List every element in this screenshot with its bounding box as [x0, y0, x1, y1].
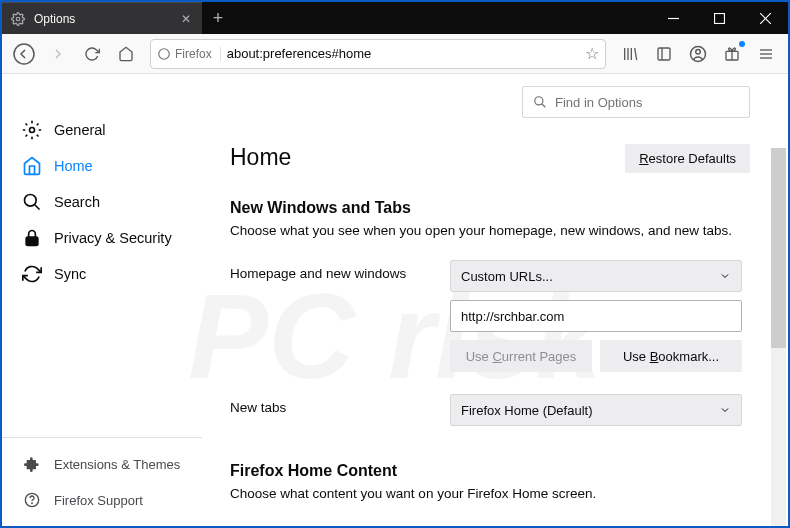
use-bookmark-button[interactable]: Use Bookmark... — [600, 340, 742, 372]
dropdown-value: Custom URLs... — [461, 269, 553, 284]
identity-label: Firefox — [175, 47, 212, 61]
sync-icon — [22, 264, 42, 284]
close-tab-button[interactable]: ✕ — [178, 12, 194, 26]
sidebar-item-sync[interactable]: Sync — [2, 256, 202, 292]
svg-point-20 — [30, 128, 35, 133]
whatsnew-button[interactable] — [716, 38, 748, 70]
find-in-options[interactable]: Find in Options — [522, 86, 750, 118]
label-homepage: Homepage and new windows — [230, 260, 450, 281]
svg-point-0 — [16, 17, 20, 21]
prefs-sidebar: General Home Search Privacy & Security S… — [2, 74, 202, 526]
dropdown-value: Firefox Home (Default) — [461, 403, 592, 418]
sidebar-item-label: Extensions & Themes — [54, 457, 180, 472]
library-button[interactable] — [614, 38, 646, 70]
newtabs-dropdown[interactable]: Firefox Home (Default) — [450, 394, 742, 426]
scrollbar-thumb[interactable] — [771, 148, 786, 348]
use-current-pages-button[interactable]: Use Current Pages — [450, 340, 592, 372]
svg-point-5 — [14, 44, 34, 64]
app-menu-button[interactable] — [750, 38, 782, 70]
svg-line-10 — [635, 48, 637, 60]
search-icon — [533, 95, 547, 109]
bookmark-star-icon[interactable]: ☆ — [585, 44, 599, 63]
svg-line-22 — [35, 205, 40, 210]
sidebar-button[interactable] — [648, 38, 680, 70]
url-bar[interactable]: Firefox ☆ — [150, 39, 606, 69]
svg-point-21 — [25, 195, 37, 207]
svg-rect-11 — [658, 48, 670, 60]
homepage-url-input[interactable] — [450, 300, 742, 332]
homepage-dropdown[interactable]: Custom URLs... — [450, 260, 742, 292]
sidebar-item-home[interactable]: Home — [2, 148, 202, 184]
maximize-button[interactable] — [696, 2, 742, 34]
back-button[interactable] — [8, 38, 40, 70]
browser-tab-options[interactable]: Options ✕ — [2, 2, 202, 34]
find-placeholder: Find in Options — [555, 95, 642, 110]
help-icon — [22, 490, 42, 510]
label-newtabs: New tabs — [230, 394, 450, 415]
sidebar-item-support[interactable]: Firefox Support — [2, 482, 202, 518]
home-button[interactable] — [110, 38, 142, 70]
tab-title: Options — [34, 12, 75, 26]
search-icon — [22, 192, 42, 212]
prefs-main: Find in Options Home Restore Defaults Ne… — [202, 74, 788, 526]
restore-defaults-button[interactable]: Restore Defaults — [625, 144, 750, 173]
site-identity[interactable]: Firefox — [157, 47, 221, 61]
lock-icon — [22, 228, 42, 248]
section-desc-new-windows: Choose what you see when you open your h… — [230, 223, 760, 238]
forward-button[interactable] — [42, 38, 74, 70]
sidebar-item-label: Sync — [54, 266, 86, 282]
section-heading-home-content: Firefox Home Content — [230, 462, 760, 480]
gear-icon — [22, 120, 42, 140]
reload-button[interactable] — [76, 38, 108, 70]
nav-toolbar: Firefox ☆ — [2, 34, 788, 74]
sidebar-item-extensions[interactable]: Extensions & Themes — [2, 446, 202, 482]
svg-rect-23 — [26, 237, 38, 245]
svg-rect-2 — [714, 13, 724, 23]
minimize-button[interactable] — [650, 2, 696, 34]
sidebar-item-label: General — [54, 122, 106, 138]
window-titlebar: Options ✕ + — [2, 2, 788, 34]
chevron-down-icon — [719, 270, 731, 282]
home-icon — [22, 156, 42, 176]
url-input[interactable] — [227, 46, 579, 61]
sidebar-item-privacy[interactable]: Privacy & Security — [2, 220, 202, 256]
puzzle-icon — [22, 454, 42, 474]
firefox-icon — [157, 47, 171, 61]
section-desc-home-content: Choose what content you want on your Fir… — [230, 486, 760, 501]
sidebar-item-search[interactable]: Search — [2, 184, 202, 220]
vertical-scrollbar[interactable] — [771, 148, 786, 528]
sidebar-item-general[interactable]: General — [2, 112, 202, 148]
close-window-button[interactable] — [742, 2, 788, 34]
sidebar-item-label: Search — [54, 194, 100, 210]
svg-point-26 — [535, 97, 543, 105]
section-heading-new-windows: New Windows and Tabs — [230, 199, 760, 217]
sidebar-item-label: Privacy & Security — [54, 230, 172, 246]
svg-point-25 — [32, 503, 33, 504]
sidebar-item-label: Home — [54, 158, 93, 174]
svg-point-6 — [159, 48, 170, 59]
svg-point-14 — [696, 49, 701, 54]
chevron-down-icon — [719, 404, 731, 416]
svg-line-27 — [542, 104, 546, 108]
account-button[interactable] — [682, 38, 714, 70]
new-tab-button[interactable]: + — [202, 2, 234, 34]
gear-icon — [10, 11, 26, 27]
sidebar-item-label: Firefox Support — [54, 493, 143, 508]
